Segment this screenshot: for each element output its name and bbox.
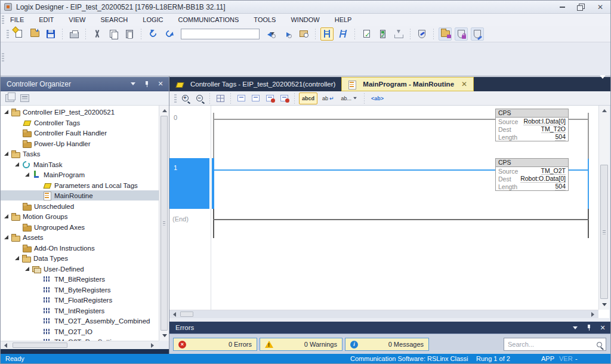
tree-item-tasks[interactable]: Tasks [1, 149, 159, 159]
scroll-down-button[interactable] [599, 301, 610, 309]
param-value[interactable]: Robot:O.Data[0] [520, 175, 566, 183]
safety-signature-button[interactable] [471, 27, 484, 41]
organizer-close-button[interactable]: ✕ [156, 80, 165, 88]
end-rung-wire[interactable] [213, 219, 589, 220]
scroll-up-button[interactable] [159, 107, 169, 115]
tree-item-tm-o2t-io[interactable]: TM_O2T_IO [1, 326, 159, 337]
quick-search-input[interactable] [181, 30, 270, 38]
scroll-left-button[interactable] [171, 310, 178, 318]
tree-item-powerup-handler[interactable]: Power-Up Handler [1, 138, 159, 149]
toggle-grid-button[interactable] [214, 92, 226, 104]
print-button[interactable] [67, 27, 81, 41]
tree-item-maintask[interactable]: MainTask [1, 159, 159, 169]
messages-filter-button[interactable]: i 0 Messages [345, 338, 429, 351]
open-file-button[interactable] [28, 27, 41, 41]
tree-item-parameters-tags[interactable]: Parameters and Local Tags [1, 180, 159, 190]
menu-file[interactable]: FILE [10, 16, 24, 23]
toolbar-grip[interactable] [2, 53, 4, 61]
browse-logic-button[interactable] [297, 27, 310, 41]
tree-item-tm-byteregisters[interactable]: TM_ByteRegisters [1, 285, 159, 295]
tree-item-unscheduled[interactable]: Unscheduled [1, 201, 159, 211]
tab-list-button[interactable] [600, 79, 611, 90]
param-value[interactable]: Robot:I.Data[0] [523, 118, 566, 125]
scrollbar-thumb[interactable] [13, 343, 67, 348]
tree-item-mainroutine[interactable]: MainRoutine [1, 190, 159, 200]
organizer-horizontal-scrollbar[interactable] [1, 341, 159, 349]
end-rung-label[interactable]: (End) [172, 215, 189, 223]
tree-item-tm-floatregisters[interactable]: TM_FloatRegisters [1, 295, 159, 305]
expand-arrow-icon[interactable] [4, 235, 8, 239]
zoom-out-button[interactable]: − [193, 92, 205, 104]
tree-item-controller-tags[interactable]: Controller Tags [1, 118, 159, 128]
minimize-button[interactable] [557, 3, 567, 11]
delete-rung-button[interactable] [264, 92, 276, 104]
tree-item-assets[interactable]: Assets [1, 232, 159, 242]
show-tag-names-toggle[interactable]: abcd [299, 92, 317, 104]
tree-item-tm-o2t-runsetting[interactable]: TM_O2T_RunSetting [1, 337, 159, 341]
save-button[interactable] [44, 27, 57, 41]
scroll-right-button[interactable] [589, 310, 597, 318]
rung-wire[interactable] [213, 119, 495, 120]
errors-filter-button[interactable]: × 0 Errors [173, 338, 257, 351]
organizer-windows-button[interactable] [5, 94, 14, 102]
scroll-right-button[interactable] [149, 341, 156, 349]
rung-wire-selected[interactable] [214, 169, 495, 171]
verify-controller-button[interactable] [376, 27, 389, 41]
lock-components-button[interactable] [439, 27, 452, 41]
tree-item-tm-intregisters[interactable]: TM_IntRegisters [1, 306, 159, 316]
scroll-left-button[interactable] [2, 341, 10, 349]
tree-item-data-types[interactable]: Data Types [1, 253, 159, 263]
rung-number[interactable]: 0 [174, 114, 177, 121]
branch-view-toggle[interactable] [337, 27, 350, 41]
param-value[interactable]: TM_T2O [541, 126, 566, 133]
ladder-vertical-scrollbar[interactable] [598, 106, 609, 310]
warnings-filter-button[interactable]: 0 Warnings [260, 338, 342, 351]
menu-tools[interactable]: TOOLS [254, 16, 276, 23]
errors-menu-button[interactable] [571, 323, 579, 332]
new-file-button[interactable] [12, 27, 25, 41]
scrollbar-thumb[interactable] [161, 116, 168, 331]
param-value[interactable]: TM_O2T [541, 168, 566, 175]
scroll-up-button[interactable] [599, 107, 610, 115]
errors-pin-button[interactable] [585, 323, 593, 332]
search-next-button[interactable] [281, 27, 294, 41]
menu-search[interactable]: SEARCH [100, 16, 128, 23]
rung-wire-selected[interactable] [569, 169, 588, 171]
show-descriptions-button[interactable]: <ab> [369, 92, 386, 104]
expand-arrow-icon[interactable] [25, 172, 29, 177]
expand-arrow-icon[interactable] [4, 214, 8, 218]
tree-item-tm-bitregisters[interactable]: TM_BitRegisters [1, 274, 159, 284]
tree-item-fault-handler[interactable]: Controller Fault Handler [1, 128, 159, 138]
menu-window[interactable]: WINDOW [291, 16, 319, 23]
close-button[interactable]: ✕ [595, 3, 606, 11]
expand-arrow-icon[interactable] [25, 267, 29, 271]
tree-item-controller[interactable]: Controller EIP_test_20200521 [1, 107, 159, 117]
tab-mainroutine[interactable]: MainProgram - MainRoutine ✕ [341, 77, 474, 91]
tag-display-options-dropdown[interactable]: ab... [339, 92, 360, 104]
safety-lock-button[interactable] [455, 27, 468, 41]
expand-arrow-icon[interactable] [4, 110, 8, 114]
search-previous-button[interactable] [265, 27, 278, 41]
ladder-view-toggle[interactable] [320, 27, 334, 41]
ladder-horizontal-scrollbar[interactable] [169, 310, 598, 318]
scroll-down-button[interactable] [159, 332, 169, 340]
wrap-tag-names-button[interactable]: ab↵ [320, 92, 337, 104]
add-rung-button[interactable] [235, 92, 247, 104]
selected-rung-highlight[interactable]: 1 [169, 158, 209, 209]
zoom-in-button[interactable]: + [179, 92, 191, 104]
expand-arrow-icon[interactable] [4, 152, 8, 156]
menu-communications[interactable]: COMMUNICATIONS [178, 16, 239, 23]
param-value[interactable]: 504 [555, 183, 566, 190]
undo-button[interactable] [146, 27, 159, 41]
menu-logic[interactable]: LOGIC [143, 16, 163, 23]
restore-button[interactable] [576, 3, 587, 11]
delete-branch-button[interactable] [278, 92, 290, 104]
tree-item-ungrouped-axes[interactable]: Ungrouped Axes [1, 222, 159, 232]
tab-close-icon[interactable]: ✕ [461, 80, 467, 88]
download-button[interactable] [392, 27, 405, 41]
cps-instruction-rung0[interactable]: CPS SourceRobot:I.Data[0] DestTM_T2O Len… [495, 109, 569, 141]
organizer-pin-button[interactable] [143, 80, 151, 88]
menu-edit[interactable]: EDIT [39, 16, 54, 23]
expand-arrow-icon[interactable] [15, 162, 19, 166]
param-value[interactable]: 504 [555, 134, 566, 141]
